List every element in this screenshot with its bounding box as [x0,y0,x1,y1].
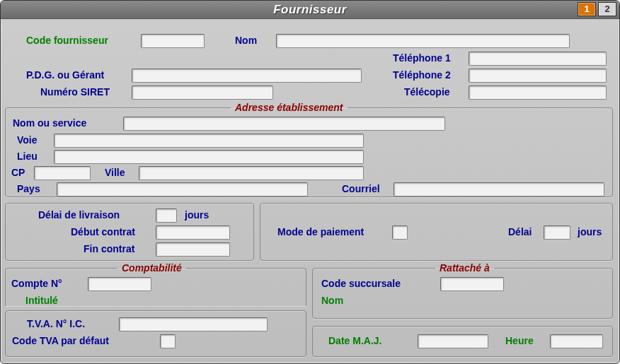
fax-label: Télécopie [404,86,450,98]
fin-contrat-label: Fin contrat [84,243,134,254]
tel2-label: Téléphone 2 [393,69,451,81]
siret-label: Numéro SIRET [40,86,110,98]
titlebar: Fournisseur 1 2 [1,1,619,19]
mode-paiement-label: Mode de paiement [277,226,364,237]
fin-contrat-input[interactable] [156,242,230,257]
nom-service-input[interactable] [123,117,445,131]
pdg-input[interactable] [132,69,362,83]
ville-label: Ville [105,167,125,178]
debut-contrat-input[interactable] [156,225,230,240]
courriel-label: Courriel [342,183,380,194]
supplier-window: Fournisseur 1 2 Code fournisseur Nom P.D… [0,0,620,364]
code-fournisseur-input[interactable] [141,34,205,48]
voie-label: Voie [17,134,38,146]
siret-input[interactable] [132,86,273,100]
courriel-input[interactable] [394,182,604,196]
page-tab-1[interactable]: 1 [578,2,596,16]
code-tva-input[interactable] [160,334,176,348]
tel1-label: Téléphone 1 [393,52,451,64]
mode-paiement-input[interactable] [392,225,408,240]
tva-ic-input[interactable] [119,317,268,331]
tva-ic-label: T.V.A. N° I.C. [27,318,85,329]
date-maj-input[interactable] [418,334,488,348]
code-succursale-label: Code succursale [321,278,401,289]
tel2-input[interactable] [469,69,607,83]
jours-label-2: jours [578,226,602,237]
delai-paiement-input[interactable] [544,225,570,240]
tva-group: T.V.A. N° I.C. Code TVA par défaut [5,310,306,357]
page-tab-2[interactable]: 2 [598,2,616,16]
debut-contrat-label: Début contrat [71,226,135,237]
rattache-legend: Rattaché à [435,262,494,274]
fax-input[interactable] [469,86,607,100]
compta-legend: Comptabilité [117,262,186,274]
voie-input[interactable] [54,134,364,148]
heure-label: Heure [505,335,534,346]
intitule-label: Intitulé [25,295,58,306]
nom-label: Nom [235,35,257,46]
pays-input[interactable] [57,182,308,196]
delai-paiement-label: Délai [508,226,532,237]
delai-livraison-label: Délai de livraison [38,209,120,221]
nom-input[interactable] [276,34,570,48]
nom-service-label: Nom ou service [13,117,86,129]
cp-label: CP [11,167,25,178]
code-fournisseur-label: Code fournisseur [26,35,108,46]
code-succursale-input[interactable] [440,277,504,291]
lieu-label: Lieu [17,151,38,162]
ville-input[interactable] [139,166,364,180]
date-maj-label: Date M.A.J. [328,335,381,346]
adresse-legend: Adresse établissement [231,102,348,113]
content-area: Code fournisseur Nom P.D.G. ou Gérant Nu… [5,22,615,359]
cp-input[interactable] [34,166,91,180]
lieu-input[interactable] [54,150,364,164]
delai-livraison-input[interactable] [156,209,177,223]
pays-label: Pays [17,183,40,194]
compte-input[interactable] [88,277,151,291]
heure-input[interactable] [550,334,603,348]
maj-group: Date M.A.J. Heure [312,326,613,357]
adresse-group: Adresse établissement Nom ou service Voi… [5,102,613,197]
compta-group: Comptabilité Compte N° Intitulé [5,262,306,306]
window-title: Fournisseur [1,3,619,17]
pdg-label: P.D.G. ou Gérant [26,69,104,81]
rattache-group: Rattaché à Code succursale Nom [312,262,613,319]
page-tabs: 1 2 [578,2,616,16]
livraison-group: Délai de livraison jours Début contrat F… [5,203,254,261]
paiement-group: Mode de paiement Délai jours [260,203,613,261]
jours-label-1: jours [185,209,209,221]
rattache-nom-label: Nom [321,295,343,306]
compte-label: Compte N° [11,278,62,289]
code-tva-label: Code TVA par défaut [12,335,109,346]
tel1-input[interactable] [469,52,607,66]
